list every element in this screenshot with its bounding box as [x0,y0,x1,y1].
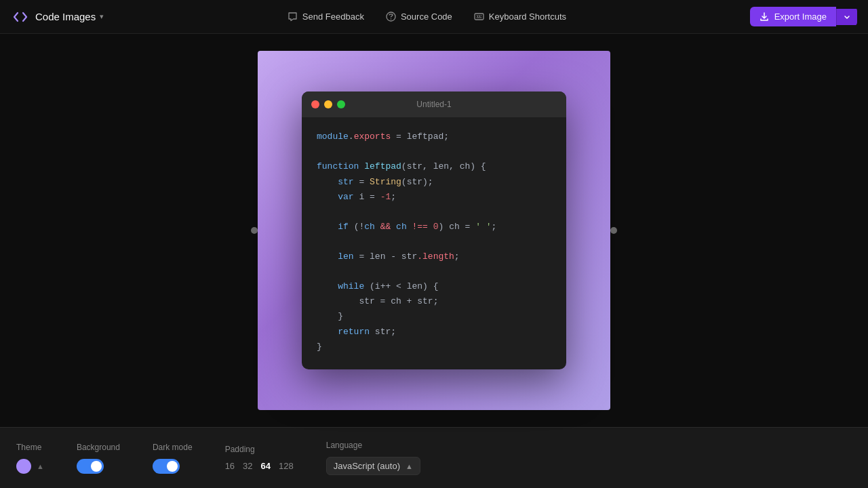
header-left: Code Images ▾ [11,7,104,26]
code-line-6 [317,205,551,220]
window-close-button [311,100,319,108]
code-line-14: return str; [317,325,551,340]
language-select-chevron-icon: ▲ [406,462,413,470]
code-line-10 [317,264,551,279]
code-line-7: if (!ch && ch !== 0) ch = ' '; [317,220,551,235]
code-line-2 [317,144,551,159]
code-line-15: } [317,340,551,354]
theme-control: ▲ [16,459,44,474]
language-label: Language [326,441,420,450]
window-minimize-button [324,100,332,108]
code-line-8 [317,235,551,249]
padding-options: 16 32 64 128 [225,461,294,471]
padding-option-16[interactable]: 16 [225,461,235,471]
theme-label: Theme [16,443,44,452]
feedback-button[interactable]: Send Feedback [278,7,374,26]
window-title: Untitled-1 [416,100,451,109]
language-value: JavaScript (auto) [334,461,400,471]
source-code-button[interactable]: Source Code [376,7,462,26]
code-line-3: function leftpad(str, len, ch) { [317,159,551,174]
svg-point-1 [391,18,392,20]
header-center: Send Feedback Source Code Keyboard Short… [278,7,576,26]
dark-mode-toggle[interactable] [153,459,180,474]
code-line-1: module.exports = leftpad; [317,129,551,144]
export-dropdown-button[interactable] [836,9,857,25]
code-line-9: len = len - str.length; [317,249,551,264]
code-line-12: str = ch + str; [317,294,551,309]
code-body: module.exports = leftpad; function leftp… [302,117,566,369]
logo-icon [11,7,30,26]
export-label: Export Image [774,12,827,22]
padding-option-128[interactable]: 128 [279,461,294,471]
toolbar-theme-section: Theme ▲ [16,443,44,474]
theme-chevron-icon[interactable]: ▲ [37,462,44,470]
dark-mode-toggle-thumb [167,461,178,472]
code-line-11: while (i++ < len) { [317,279,551,294]
window-buttons [311,100,345,108]
code-line-5: var i = -1; [317,190,551,205]
main-content: Untitled-1 module.exports = leftpad; fun… [0,34,868,488]
code-window: Untitled-1 module.exports = leftpad; fun… [302,92,566,369]
export-button-group: Export Image [750,7,857,26]
background-toggle[interactable] [77,459,104,474]
resize-handle-right[interactable] [610,227,617,234]
padding-label: Padding [225,445,294,454]
padding-option-64[interactable]: 64 [261,461,271,471]
code-line-4: str = String(str); [317,175,551,190]
export-main-button[interactable]: Export Image [750,7,836,26]
toolbar-padding-section: Padding 16 32 64 128 [225,445,294,471]
background-label: Background [77,443,120,452]
header-right: Export Image [750,7,857,26]
app-title-text: Code Images [35,11,96,22]
window-titlebar: Untitled-1 [302,92,566,117]
toolbar-background-section: Background [77,443,120,474]
bottom-toolbar: Theme ▲ Background Dark mode [0,427,868,488]
source-code-label: Source Code [401,12,452,22]
toolbar-darkmode-section: Dark mode [153,443,193,474]
app-title[interactable]: Code Images ▾ [35,11,104,22]
window-maximize-button [337,100,345,108]
background-toggle-thumb [91,461,102,472]
dark-mode-label: Dark mode [153,443,193,452]
toolbar-language-section: Language JavaScript (auto) ▲ [326,441,420,475]
dark-mode-toggle-control [153,459,193,474]
padding-option-32[interactable]: 32 [243,461,252,471]
code-line-13: } [317,309,551,324]
background-toggle-control [77,459,120,474]
theme-color-swatch[interactable] [16,459,31,474]
app-title-chevron: ▾ [100,12,104,21]
svg-rect-2 [475,14,484,20]
feedback-label: Send Feedback [302,12,364,22]
keyboard-shortcuts-button[interactable]: Keyboard Shortcuts [465,7,576,26]
keyboard-shortcuts-label: Keyboard Shortcuts [489,12,566,22]
language-select[interactable]: JavaScript (auto) ▲ [326,457,420,475]
resize-handle-left[interactable] [251,227,258,234]
header: Code Images ▾ Send Feedback Source Code … [0,0,868,34]
code-canvas: Untitled-1 module.exports = leftpad; fun… [258,51,610,410]
canvas-area: Untitled-1 module.exports = leftpad; fun… [0,34,868,427]
